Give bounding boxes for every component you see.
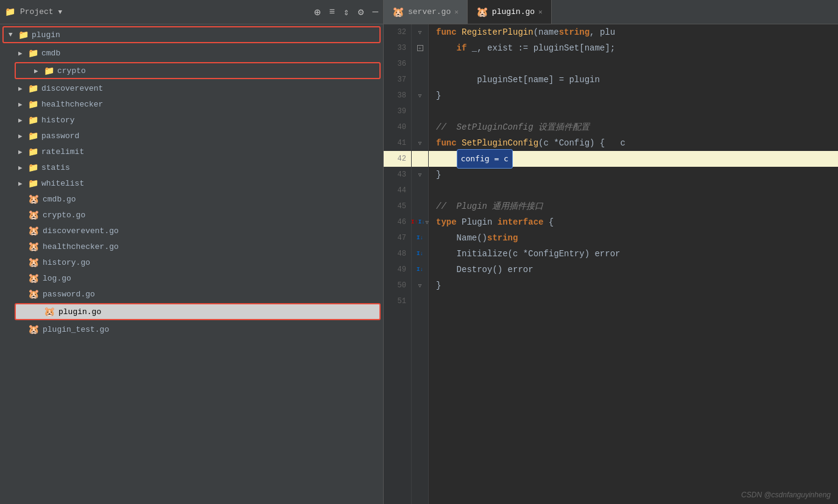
ln-51: 51 [384,293,411,309]
fold-41-icon[interactable]: ▽ [418,140,421,147]
ln-42: 42 [384,151,411,167]
log-go-gopher: 🐹 [28,273,40,284]
file-password-go[interactable]: 🐹 password.go [0,286,383,302]
ln-40: 40 [384,119,411,135]
code-line-38: } [429,88,838,103]
minimize-icon[interactable]: — [372,7,378,18]
fold-50-icon[interactable]: ▽ [418,282,421,289]
gutter-49: I↓ [412,262,428,278]
ln-44: 44 [384,183,411,198]
code-line-47: Name() string [429,230,838,246]
folder-statis[interactable]: ▶ 📁 statis [0,159,383,175]
add-icon[interactable]: ⊕ [314,5,321,19]
discoverevent-chevron: ▶ [18,85,28,93]
code-line-37: pluginSet[name] = plugin [429,72,838,88]
ratelimit-label: ratelimit [41,147,84,156]
tab-server-go[interactable]: 🐹 server.go ✕ [384,0,468,24]
ln-48: 48 [384,246,411,262]
server-go-close[interactable]: ✕ [454,8,459,16]
tab-bar: 🐹 server.go ✕ 🐹 plugin.go ✕ [384,0,838,24]
plugin-go-close[interactable]: ✕ [538,8,543,16]
history-label: history [41,116,75,125]
whitelist-folder-icon: 📁 [28,178,38,189]
fold-32-icon[interactable]: ▽ [418,29,421,36]
log-go-label: log.go [43,274,71,283]
password-go-gopher: 🐹 [28,289,40,300]
gutter-43: ▽ [412,167,428,183]
crypto-folder-icon: 📁 [44,66,54,76]
healthchecker-chevron: ▶ [18,100,28,108]
ln-46: 46 [384,214,411,230]
healthchecker-folder-icon: 📁 [28,99,38,110]
plugin-folder-item[interactable]: ▼ 📁 plugin [2,26,381,43]
code-line-51 [429,293,838,309]
ln-47: 47 [384,230,411,246]
fold-38-icon[interactable]: ▽ [418,93,421,99]
gutter-36 [412,56,428,72]
tab-plugin-go[interactable]: 🐹 plugin.go ✕ [468,0,552,24]
cmdb-chevron: ▶ [18,49,28,57]
file-discoverevent-go[interactable]: 🐹 discoverevent.go [0,223,383,239]
crypto-chevron: ▶ [34,67,44,75]
fold-43-icon[interactable]: ▽ [418,172,421,178]
code-line-33: if _, exist := pluginSet[name]; [429,40,838,56]
folder-discoverevent[interactable]: ▶ 📁 discoverevent [0,80,383,96]
file-healthchecker-go[interactable]: 🐹 healthchecker.go [0,239,383,254]
healthchecker-go-gopher: 🐹 [28,241,40,253]
gutter-51 [412,293,428,309]
project-dropdown-icon[interactable]: ▼ [58,9,63,16]
ratelimit-chevron: ▶ [18,148,28,156]
gutter-47-down-icon: I↓ [417,235,423,241]
gutter-icons: ▽ + ▽ ▽ [412,24,429,504]
gutter-48: I↓ [412,246,428,262]
watermark: CSDN @csdnfanguyinheng [741,491,831,499]
plugin-chevron-down: ▼ [9,31,18,38]
folder-cmdb[interactable]: ▶ 📁 cmdb [0,45,383,61]
plugin-test-go-label: plugin_test.go [43,325,109,334]
folder-password[interactable]: ▶ 📁 password [0,128,383,144]
ln-50: 50 [384,278,411,293]
folder-whitelist[interactable]: ▶ 📁 whitelist [0,175,383,191]
file-crypto-go[interactable]: 🐹 crypto.go [0,207,383,223]
password-chevron: ▶ [18,132,28,140]
gutter-41: ▽ [412,135,428,151]
file-plugin-test-go[interactable]: 🐹 plugin_test.go [0,321,383,337]
code-content[interactable]: func RegisterPlugin (name string , plu i… [429,24,838,504]
discoverevent-go-label: discoverevent.go [43,226,119,236]
file-log-go[interactable]: 🐹 log.go [0,270,383,286]
statis-chevron: ▶ [18,164,28,172]
folder-history[interactable]: ▶ 📁 history [0,112,383,128]
folder-ratelimit[interactable]: ▶ 📁 ratelimit [0,144,383,159]
file-plugin-go[interactable]: 🐹 plugin.go [15,303,381,320]
discoverevent-go-gopher: 🐹 [28,225,40,237]
code-line-40: // SetPluginConfig 设置插件配置 [429,119,838,135]
scroll-center-icon[interactable]: ≡ [329,7,336,18]
collapse-icon[interactable]: ⇕ [343,6,350,18]
code-line-44 [429,183,838,198]
ln-37: 37 [384,72,411,88]
settings-icon[interactable]: ⚙ [358,6,364,18]
history-go-label: history.go [43,258,90,267]
gutter-32: ▽ [412,24,428,40]
file-history-go[interactable]: 🐹 history.go [0,254,383,270]
plugin-go-gopher-icon: 🐹 [476,6,488,18]
code-line-45: // Plugin 通用插件接口 [429,198,838,214]
plugin-folder-icon: 📁 [18,30,29,40]
ln-39: 39 [384,103,411,119]
password-label: password [41,131,79,141]
file-cmdb-go[interactable]: 🐹 cmdb.go [0,191,383,207]
crypto-go-gopher: 🐹 [28,209,40,221]
code-line-42: config = c [429,151,838,167]
folder-healthchecker[interactable]: ▶ 📁 healthchecker [0,96,383,112]
gutter-49-down-icon: I↓ [417,267,423,273]
ln-49: 49 [384,262,411,278]
folder-crypto[interactable]: ▶ 📁 crypto [15,62,381,79]
code-line-49: Destroy() error [429,262,838,278]
selected-text-config-c: config = c [457,149,513,169]
fold-33-icon[interactable]: + [417,45,423,51]
code-line-46: type Plugin interface { [429,214,838,230]
gutter-39 [412,103,428,119]
ln-33: 33 [384,40,411,56]
plugin-folder-label: plugin [32,30,60,40]
ln-45: 45 [384,198,411,214]
